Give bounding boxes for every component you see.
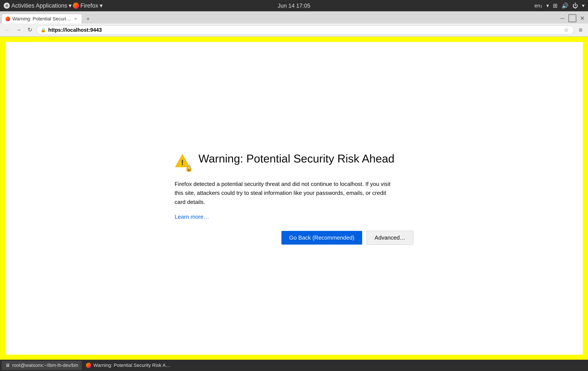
system-arrow[interactable]: ▾ — [582, 3, 585, 9]
lang-arrow: ▾ — [546, 3, 549, 9]
active-tab[interactable]: Warning: Potential Securi… × — [2, 14, 82, 23]
tab-close-button[interactable]: × — [73, 16, 78, 21]
back-button[interactable]: ← — [3, 25, 12, 35]
reload-button[interactable]: ↻ — [25, 25, 35, 35]
firefox-arrow: ▾ — [100, 2, 103, 9]
new-tab-button[interactable]: + — [84, 14, 92, 23]
network-icon[interactable]: ⊞ — [553, 2, 558, 9]
browser-chrome: Warning: Potential Securi… × + ─ ✕ ← → ↻… — [0, 11, 588, 37]
forward-button[interactable]: → — [14, 25, 23, 35]
lang-indicator[interactable]: en₁ — [534, 3, 542, 9]
datetime-display: Jun 14 17:05 — [278, 2, 310, 9]
warning-title: Warning: Potential Security Risk Ahead — [199, 152, 395, 165]
lock-icon: 🔒 — [41, 27, 46, 32]
browser-content-area: ! 🔒 Warning: Potential Security Risk Ahe… — [0, 37, 588, 360]
taskbar-firefox-icon — [86, 363, 91, 368]
firefox-icon — [73, 3, 79, 9]
go-back-button[interactable]: Go Back (Recommended) — [281, 231, 362, 244]
applications-button[interactable]: Applications ▾ — [36, 2, 72, 9]
activities-label: Activities — [11, 2, 34, 9]
advanced-button[interactable]: Advanced… — [367, 231, 413, 245]
taskbar-firefox-item[interactable]: Warning: Potential Security Risk A… — [83, 361, 174, 370]
url-port: :9443 — [88, 27, 102, 33]
tab-bar: Warning: Potential Securi… × + ─ ✕ — [0, 11, 588, 23]
address-bar[interactable]: 🔒 https://localhost:9443 ☆ — [36, 25, 574, 34]
close-button[interactable]: ✕ — [578, 14, 586, 22]
applications-arrow: ▾ — [69, 2, 72, 9]
learn-more-link[interactable]: Learn more… — [175, 213, 209, 220]
firefox-label: Firefox — [80, 2, 98, 9]
topbar-datetime: Jun 14 17:05 — [278, 2, 310, 9]
warning-container: ! 🔒 Warning: Potential Security Risk Ahe… — [175, 152, 413, 245]
gnome-icon: ⊕ — [3, 2, 10, 9]
taskbar: 🖥 root@watsonx:~/ibm-lh-dev/bin Warning:… — [0, 360, 588, 371]
warning-header: ! 🔒 Warning: Potential Security Risk Ahe… — [175, 152, 413, 171]
url-host: localhost — [66, 27, 88, 33]
bookmark-star-button[interactable]: ☆ — [562, 26, 570, 34]
url-display: https://localhost:9443 — [48, 27, 560, 33]
warning-description: Firefox detected a potential security th… — [175, 180, 392, 207]
button-row: Go Back (Recommended) Advanced… — [175, 231, 413, 245]
maximize-button[interactable] — [568, 14, 576, 22]
url-prefix: https:// — [48, 27, 66, 33]
system-topbar: ⊕ Activities Applications ▾ Firefox ▾ Ju… — [0, 0, 588, 11]
topbar-right: en₁ ▾ ⊞ 🔊 ⏻ ▾ — [534, 2, 585, 9]
svg-text:⊕: ⊕ — [5, 3, 9, 8]
browser-menu-button[interactable]: ≡ — [576, 25, 585, 35]
error-page: ! 🔒 Warning: Potential Security Risk Ahe… — [5, 42, 583, 355]
svg-text:!: ! — [181, 158, 183, 166]
terminal-icon: 🖥 — [5, 362, 10, 368]
lock-overlay-icon: 🔒 — [185, 164, 193, 172]
terminal-label: root@watsonx:~/ibm-lh-dev/bin — [12, 362, 78, 368]
nav-bar: ← → ↻ 🔒 https://localhost:9443 ☆ ≡ — [0, 23, 588, 36]
warning-icon-container: ! 🔒 — [175, 154, 192, 171]
volume-icon[interactable]: 🔊 — [562, 2, 568, 9]
minimize-button[interactable]: ─ — [558, 14, 566, 22]
taskbar-firefox-label: Warning: Potential Security Risk A… — [93, 362, 170, 368]
taskbar-terminal-item[interactable]: 🖥 root@watsonx:~/ibm-lh-dev/bin — [2, 361, 82, 370]
power-icon[interactable]: ⏻ — [572, 2, 578, 9]
topbar-left: ⊕ Activities Applications ▾ Firefox ▾ — [3, 2, 103, 9]
tab-favicon — [5, 17, 10, 21]
tab-title: Warning: Potential Securi… — [12, 16, 71, 22]
firefox-button[interactable]: Firefox ▾ — [73, 2, 103, 9]
applications-label: Applications — [36, 2, 68, 9]
activities-button[interactable]: ⊕ Activities — [3, 2, 34, 9]
